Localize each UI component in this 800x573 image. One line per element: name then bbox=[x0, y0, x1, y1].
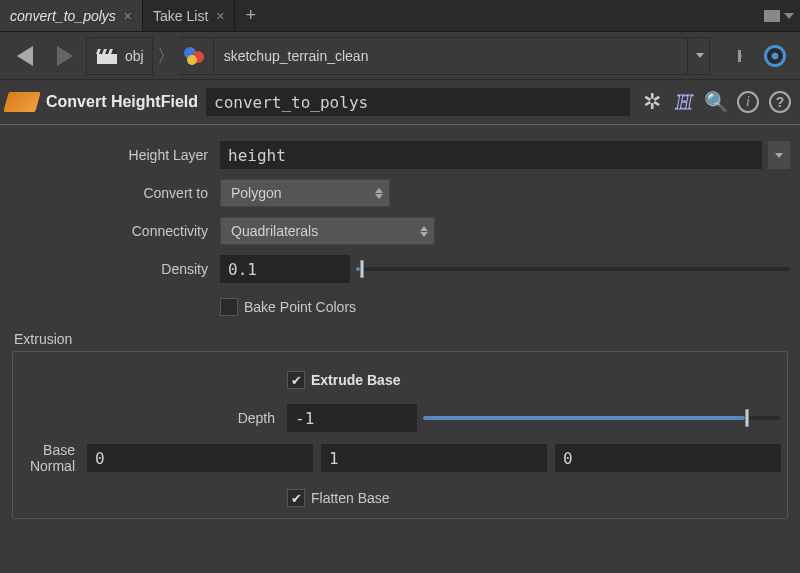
density-input[interactable] bbox=[220, 255, 350, 283]
height-layer-dropdown[interactable] bbox=[768, 141, 790, 169]
geo-icon bbox=[183, 45, 205, 67]
houdini-help-button[interactable]: H bbox=[670, 88, 698, 116]
help-icon: ? bbox=[769, 91, 791, 113]
connectivity-select[interactable]: Quadrilaterals bbox=[220, 217, 435, 245]
clapper-icon bbox=[95, 46, 119, 66]
operator-header: Convert HeightField ✲ H 🔍 i ? bbox=[0, 80, 800, 125]
arrow-right-icon bbox=[57, 46, 73, 66]
base-normal-label: Base Normal bbox=[19, 442, 87, 474]
tab-label: Take List bbox=[153, 8, 208, 24]
select-value: Quadrilaterals bbox=[231, 223, 318, 239]
bake-point-colors-checkbox[interactable] bbox=[220, 298, 238, 316]
depth-label: Depth bbox=[19, 410, 287, 426]
svg-rect-0 bbox=[97, 54, 117, 64]
extrusion-group-label: Extrusion bbox=[10, 331, 790, 347]
base-normal-z-input[interactable] bbox=[555, 444, 781, 472]
path-segment-obj[interactable]: obj bbox=[86, 37, 153, 75]
depth-slider[interactable] bbox=[423, 404, 781, 432]
info-icon: i bbox=[737, 91, 759, 113]
path-dropdown[interactable] bbox=[690, 37, 710, 75]
heightfield-icon bbox=[3, 92, 40, 112]
extrude-base-label: Extrude Base bbox=[311, 372, 400, 388]
path-label: obj bbox=[125, 48, 144, 64]
convert-to-select[interactable]: Polygon bbox=[220, 179, 390, 207]
chevron-down-icon bbox=[775, 153, 783, 158]
convert-to-label: Convert to bbox=[10, 185, 220, 201]
tab-convert-to-polys[interactable]: convert_to_polys × bbox=[0, 0, 143, 31]
search-button[interactable]: 🔍 bbox=[702, 88, 730, 116]
operator-name-input[interactable] bbox=[206, 88, 630, 116]
density-slider[interactable] bbox=[356, 255, 790, 283]
depth-input[interactable] bbox=[287, 404, 417, 432]
chevron-right-icon: 〉 bbox=[155, 44, 177, 68]
flatten-base-label: Flatten Base bbox=[311, 490, 390, 506]
height-layer-label: Height Layer bbox=[10, 147, 220, 163]
path-segment-geo[interactable] bbox=[179, 37, 214, 75]
close-icon[interactable]: × bbox=[216, 8, 224, 24]
nav-forward-button[interactable] bbox=[46, 37, 84, 75]
gear-icon: ✲ bbox=[643, 89, 661, 115]
tab-bar: convert_to_polys × Take List × + bbox=[0, 0, 800, 32]
info-button[interactable]: i bbox=[734, 88, 762, 116]
svg-point-7 bbox=[187, 55, 197, 65]
pin-button[interactable] bbox=[716, 37, 754, 75]
path-text: sketchup_terrain_clean bbox=[224, 48, 369, 64]
help-button[interactable]: ? bbox=[766, 88, 794, 116]
nav-bar: obj 〉 sketchup_terrain_clean bbox=[0, 32, 800, 80]
parameters-panel: Height Layer Convert to Polygon Connecti… bbox=[0, 125, 800, 527]
h-logo-icon: H bbox=[675, 89, 692, 115]
path-input[interactable]: sketchup_terrain_clean bbox=[216, 37, 688, 75]
window-menu-icon[interactable] bbox=[784, 13, 794, 19]
select-value: Polygon bbox=[231, 185, 282, 201]
follow-selection-button[interactable] bbox=[756, 37, 794, 75]
height-layer-input[interactable] bbox=[220, 141, 762, 169]
arrow-left-icon bbox=[17, 46, 33, 66]
tab-take-list[interactable]: Take List × bbox=[143, 0, 235, 31]
target-icon bbox=[764, 45, 786, 67]
add-tab-button[interactable]: + bbox=[235, 5, 266, 26]
connectivity-label: Connectivity bbox=[10, 223, 220, 239]
extrude-base-checkbox[interactable] bbox=[287, 371, 305, 389]
extrusion-group: Extrusion Extrude Base Depth bbox=[10, 331, 790, 519]
flatten-base-checkbox[interactable] bbox=[287, 489, 305, 507]
density-label: Density bbox=[10, 261, 220, 277]
tab-label: convert_to_polys bbox=[10, 8, 116, 24]
close-icon[interactable]: × bbox=[124, 8, 132, 24]
bake-point-colors-label: Bake Point Colors bbox=[244, 299, 356, 315]
chevron-down-icon bbox=[696, 53, 704, 58]
gear-button[interactable]: ✲ bbox=[638, 88, 666, 116]
base-normal-y-input[interactable] bbox=[321, 444, 547, 472]
window-icon[interactable] bbox=[764, 10, 780, 22]
svg-rect-8 bbox=[738, 50, 741, 62]
operator-type-label: Convert HeightField bbox=[46, 93, 198, 111]
nav-back-button[interactable] bbox=[6, 37, 44, 75]
pin-icon bbox=[724, 45, 746, 67]
base-normal-x-input[interactable] bbox=[87, 444, 313, 472]
search-icon: 🔍 bbox=[704, 90, 729, 114]
